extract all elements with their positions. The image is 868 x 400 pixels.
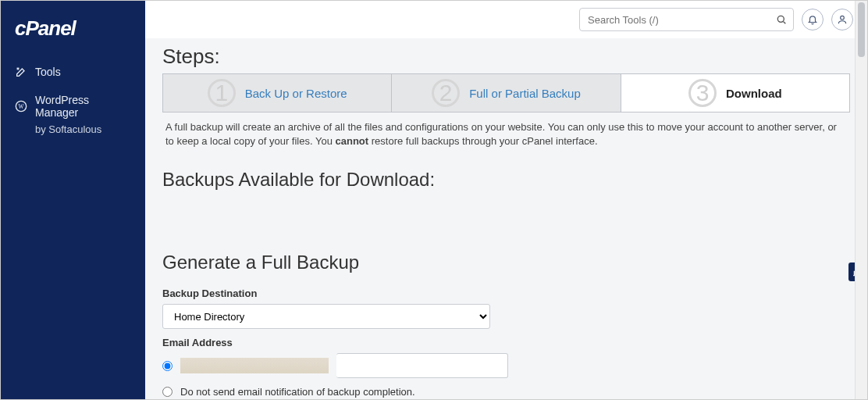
step-backup-restore[interactable]: 1 Back Up or Restore: [163, 74, 392, 112]
sidebar: cPanel Tools W WordPress Manager by Soft…: [1, 1, 145, 399]
step-number: 2: [432, 79, 460, 107]
bell-icon: [807, 14, 818, 25]
svg-text:W: W: [19, 103, 24, 110]
cpanel-logo: cPanel: [1, 9, 145, 58]
user-icon: [837, 14, 848, 25]
step-download[interactable]: 3 Download: [621, 74, 849, 112]
main-content: Steps: 1 Back Up or Restore 2 Full or Pa…: [145, 1, 867, 399]
search-wrap: [579, 8, 794, 31]
step-number: 3: [688, 79, 717, 107]
search-input[interactable]: [579, 8, 794, 31]
wordpress-icon: W: [15, 100, 27, 112]
backup-destination-label: Backup Destination: [162, 288, 850, 299]
sidebar-item-tools[interactable]: Tools: [1, 58, 145, 86]
no-email-label: Do not send email notification of backup…: [180, 386, 415, 398]
svg-point-3: [841, 16, 845, 20]
sidebar-item-label: WordPress Manager: [35, 94, 131, 119]
scrollbar-thumb[interactable]: [858, 2, 865, 57]
notifications-button[interactable]: [802, 9, 824, 30]
backup-destination-select[interactable]: Home Directory: [162, 304, 490, 329]
backups-available-heading: Backups Available for Download:: [162, 153, 850, 197]
sidebar-item-wordpress-manager[interactable]: W WordPress Manager: [1, 86, 145, 120]
steps-heading: Steps:: [162, 38, 850, 73]
search-icon: [775, 13, 788, 26]
no-email-notify-radio[interactable]: [162, 387, 173, 397]
topbar: [145, 1, 867, 38]
sidebar-item-label: Tools: [35, 66, 61, 78]
description-text: A full backup will create an archive of …: [162, 112, 850, 153]
step-label: Back Up or Restore: [245, 87, 347, 100]
step-label: Full or Partial Backup: [469, 87, 581, 100]
email-notify-radio[interactable]: [162, 361, 173, 371]
tools-icon: [15, 66, 27, 78]
user-button[interactable]: [831, 9, 853, 30]
step-number: 1: [208, 79, 236, 107]
page-scrollbar[interactable]: [855, 1, 867, 399]
email-redacted: [180, 358, 329, 373]
svg-point-2: [777, 16, 784, 22]
step-label: Download: [726, 87, 782, 100]
email-input[interactable]: [336, 353, 508, 378]
generate-full-backup-heading: Generate a Full Backup: [162, 197, 850, 280]
step-full-partial[interactable]: 2 Full or Partial Backup: [392, 74, 621, 112]
sidebar-item-sub: by Softaculous: [1, 120, 145, 143]
email-address-label: Email Address: [162, 337, 850, 348]
steps-row: 1 Back Up or Restore 2 Full or Partial B…: [162, 73, 850, 112]
